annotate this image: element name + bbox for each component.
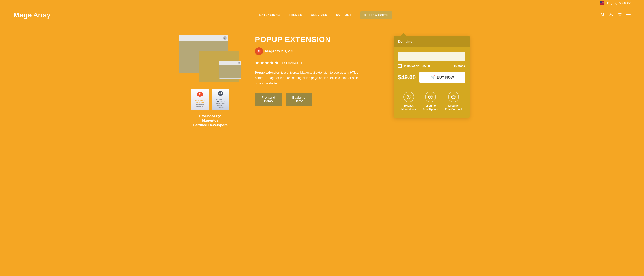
popup-mini-titlebar: ✕ (219, 61, 241, 65)
svg-rect-10 (600, 4, 604, 4)
get-quote-button[interactable]: ✉ GET A QUOTE (360, 11, 392, 19)
badge-2-subtitle: Professional Front End Developer (216, 103, 225, 108)
badge-frontend-developer: M MAGENTO 2 CERTIFIED Professional Front… (212, 89, 230, 110)
center-panel: POPUP EXTENSION M Magento 2.3, 2.4 ★★★★★… (255, 33, 384, 106)
product-title: POPUP EXTENSION (255, 35, 384, 44)
support-label: Lifetime Free Support (445, 104, 462, 111)
description-bold-text: Popup extension (255, 71, 280, 74)
left-panel: ✕ ✕ M MAGENTO 2 CERTIFIED Profession (174, 33, 246, 128)
in-stock-badge: In stock (454, 64, 465, 68)
svg-text:M: M (219, 92, 222, 95)
svg-point-17 (619, 15, 620, 16)
installation-checkbox[interactable] (398, 64, 402, 68)
menu-icon[interactable] (626, 13, 630, 17)
reviews-count: 15 Reviews (282, 61, 298, 65)
backend-demo-button[interactable]: Backend Demo (286, 93, 312, 106)
installation-left: Installation + $50.00 (398, 64, 431, 68)
purchase-card-wrapper: Domains Installation + $50.00 In stock $… (394, 36, 470, 118)
badge-1-subtitle: Professional Developer (196, 104, 204, 108)
cart-icon[interactable] (618, 12, 622, 18)
star-rating: ★★★★★ (255, 60, 280, 66)
right-panel: Domains Installation + $50.00 In stock $… (394, 33, 470, 118)
product-description: Popup extension is a universal Magento 2… (255, 70, 362, 86)
feature-moneyback: $ 30 Days Moneyback (402, 92, 416, 111)
feature-free-update: Lifetime Free Update (423, 92, 438, 111)
developer-info: Developed By: Magento2 Certified Develop… (193, 114, 228, 128)
buy-now-label: BUY NOW (437, 75, 454, 80)
top-bar: +1 (917) 727-8682 (0, 0, 644, 6)
badge-professional-developer: M MAGENTO 2 CERTIFIED Professional Devel… (191, 89, 209, 110)
magento-logo-icon-2: M (217, 90, 224, 98)
feature-free-support: Lifetime Free Support (445, 92, 462, 111)
svg-rect-20 (626, 14, 630, 15)
magento-logo-icon-1: M (197, 91, 203, 99)
update-icon (425, 92, 436, 102)
popup-close-button[interactable]: ✕ (223, 36, 226, 40)
domains-header: Domains (394, 36, 470, 47)
nav-extensions[interactable]: EXTENSIONS (260, 13, 280, 16)
phone-display: +1 (917) 727-8682 (600, 1, 630, 5)
platform-info: M Magento 2.3, 2.4 (255, 47, 384, 55)
svg-rect-9 (600, 3, 604, 4)
buy-now-button[interactable]: 🛒 BUY NOW (420, 72, 465, 83)
logo-text: Mage Array (14, 11, 50, 19)
nav-support[interactable]: SUPPORT (336, 13, 352, 16)
svg-rect-8 (600, 3, 604, 3)
support-icon (448, 92, 459, 102)
svg-rect-11 (600, 4, 604, 4)
speech-bubble-arrow (400, 33, 406, 36)
main-navigation: EXTENSIONS THEMES SERVICES SUPPORT ✉ GET… (260, 11, 392, 19)
svg-line-15 (603, 15, 604, 16)
user-icon[interactable] (609, 12, 613, 18)
popup-mini-content (219, 65, 241, 78)
nav-services[interactable]: SERVICES (311, 13, 327, 16)
badge-2-title: MAGENTO 2 CERTIFIED (216, 99, 226, 103)
installation-label: Installation + $50.00 (404, 64, 431, 68)
popup-mini-window: ✕ (219, 61, 242, 79)
svg-point-16 (610, 13, 612, 15)
magento-platform-icon: M (255, 47, 263, 55)
moneyback-label: 30 Days Moneyback (402, 104, 416, 111)
flag-icon (600, 1, 604, 5)
platform-text: Magento 2.3, 2.4 (265, 49, 293, 53)
cart-buy-icon: 🛒 (430, 75, 435, 80)
svg-text:M: M (258, 50, 260, 53)
envelope-icon: ✉ (364, 14, 367, 16)
developer-name: Magento2 Certified Developers (193, 118, 228, 128)
frontend-demo-button[interactable]: Frontend Demo (255, 93, 282, 106)
svg-point-18 (620, 15, 621, 16)
main-header: Mage Array EXTENSIONS THEMES SERVICES SU… (0, 6, 644, 24)
features-row: $ 30 Days Moneyback (398, 89, 465, 113)
buy-row: $49.00 🛒 BUY NOW (398, 72, 465, 83)
certification-badges: M MAGENTO 2 CERTIFIED Professional Devel… (191, 89, 230, 110)
purchase-card: Domains Installation + $50.00 In stock $… (394, 36, 470, 118)
logo[interactable]: Mage Array (14, 11, 50, 19)
update-label: Lifetime Free Update (423, 104, 438, 111)
installation-row: Installation + $50.00 In stock (398, 64, 465, 68)
domains-label: Domains (398, 39, 412, 43)
product-illustration: ✕ ✕ (177, 33, 244, 82)
search-icon[interactable] (600, 12, 605, 18)
header-actions (600, 12, 630, 18)
svg-text:$: $ (408, 96, 410, 99)
badge-1-title: MAGENTO 2 CERTIFIED (195, 100, 205, 103)
purchase-body: Installation + $50.00 In stock $49.00 🛒 … (394, 47, 470, 118)
svg-text:M: M (198, 92, 201, 96)
svg-rect-13 (600, 1, 602, 3)
moneyback-icon: $ (404, 92, 414, 102)
reviews-plus-icon[interactable]: + (300, 60, 302, 65)
developed-by-label: Developed By: (193, 114, 228, 118)
product-price: $49.00 (398, 74, 416, 81)
svg-rect-19 (626, 13, 630, 13)
demo-buttons-group: Frontend Demo Backend Demo (255, 93, 384, 106)
svg-point-30 (428, 95, 432, 99)
phone-number-text: +1 (917) 727-8682 (607, 1, 630, 5)
main-content: ✕ ✕ M MAGENTO 2 CERTIFIED Profession (161, 24, 483, 137)
svg-point-34 (452, 96, 454, 98)
popup-titlebar: ✕ (179, 35, 228, 41)
popup-mini-close-button[interactable]: ✕ (238, 62, 240, 64)
svg-rect-21 (626, 16, 630, 16)
svg-rect-12 (600, 4, 604, 5)
nav-themes[interactable]: THEMES (289, 13, 302, 16)
domain-input[interactable] (398, 52, 465, 60)
